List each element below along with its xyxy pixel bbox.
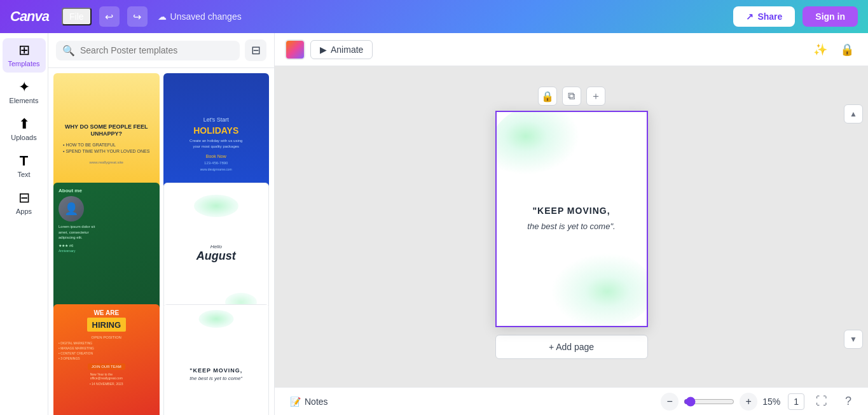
- sidebar-item-elements[interactable]: ✦ Elements: [3, 75, 46, 109]
- main-area: ⊞ Templates ✦ Elements ⬆ Uploads T Text …: [0, 33, 868, 415]
- file-menu-button[interactable]: File: [62, 8, 92, 25]
- quote-main-text: "KEEP MOVING,: [508, 205, 635, 218]
- lock-icon: 🔒: [840, 43, 854, 57]
- templates-icon: ⊞: [18, 43, 30, 57]
- sidebar-item-label: Apps: [16, 208, 32, 215]
- sidebar-item-label: Elements: [10, 97, 39, 104]
- watercolor-bottom-right: [551, 250, 648, 326]
- redo-icon: ↪: [133, 11, 141, 23]
- lock-icon: 🔒: [541, 90, 554, 102]
- unsaved-label: Unsaved changes: [170, 11, 242, 22]
- sidebar-item-label: Templates: [8, 60, 39, 67]
- apps-icon: ⊟: [18, 191, 30, 205]
- canvas-copy-button[interactable]: ⧉: [562, 87, 581, 106]
- zoom-level: 15%: [762, 397, 780, 407]
- canvas-add-button[interactable]: ＋: [586, 87, 605, 106]
- zoom-controls: − + 15%: [661, 393, 780, 411]
- search-input-wrap: 🔍: [56, 41, 240, 60]
- canvas-lock-button[interactable]: 🔒: [538, 87, 557, 106]
- copy-icon: ⧉: [568, 90, 575, 102]
- scroll-down-button[interactable]: ▼: [844, 330, 863, 349]
- add-icon: ＋: [591, 90, 601, 103]
- bottom-bar: 📝 Notes − + 15% 1 ⛶ ?: [275, 387, 868, 415]
- animate-label: Animate: [331, 45, 363, 55]
- template-panel: 🔍 ⊟ WHY DO SOME PEOPLE FEEL UNHAPPY? • H…: [48, 33, 275, 415]
- zoom-slider[interactable]: [684, 397, 734, 407]
- page-indicator: 1: [788, 393, 804, 410]
- undo-icon: ↩: [105, 11, 113, 23]
- canva-logo: Canva: [10, 8, 49, 25]
- sidebar-item-templates[interactable]: ⊞ Templates: [3, 38, 46, 73]
- search-input[interactable]: [80, 45, 233, 55]
- sidebar-item-uploads[interactable]: ⬆ Uploads: [3, 112, 46, 146]
- template-card-hiring[interactable]: WE ARE HIRING OPEN POSITION • DIGITAL MA…: [53, 304, 160, 415]
- share-button[interactable]: ↗ Share: [733, 6, 795, 27]
- template-card-keep-moving-small[interactable]: "KEEP MOVING, the best is yet to come": [163, 304, 270, 415]
- signin-button[interactable]: Sign in: [803, 6, 858, 27]
- animate-icon: ▶: [320, 45, 327, 55]
- text-icon: T: [20, 154, 28, 168]
- sidebar-item-apps[interactable]: ⊟ Apps: [3, 186, 46, 220]
- filter-button[interactable]: ⊟: [245, 39, 266, 61]
- undo-button[interactable]: ↩: [99, 6, 120, 27]
- help-button[interactable]: ?: [839, 392, 858, 411]
- notes-icon: 📝: [290, 397, 301, 407]
- share-icon: ↗: [746, 11, 754, 22]
- topbar: Canva File ↩ ↪ ☁ Unsaved changes ↗ Share…: [0, 0, 868, 33]
- fullscreen-icon: ⛶: [816, 395, 827, 408]
- help-icon: ?: [845, 395, 851, 408]
- canvas-toolbar: ▶ Animate ✨ 🔒: [275, 33, 868, 66]
- templates-grid: WHY DO SOME PEOPLE FEEL UNHAPPY? • HOW T…: [48, 68, 274, 415]
- zoom-out-button[interactable]: −: [661, 393, 679, 411]
- add-page-button[interactable]: + Add page: [495, 335, 648, 359]
- search-bar: 🔍 ⊟: [48, 33, 274, 68]
- magic-resize-button[interactable]: ✨: [809, 39, 831, 60]
- zoom-in-button[interactable]: +: [740, 393, 757, 411]
- notes-label: Notes: [305, 397, 328, 407]
- uploads-icon: ⬆: [18, 117, 30, 131]
- elements-icon: ✦: [18, 80, 30, 94]
- color-swatch[interactable]: [285, 39, 305, 60]
- canvas-area: ▶ Animate ✨ 🔒 🔒 ⧉ ＋: [275, 33, 868, 415]
- redo-button[interactable]: ↪: [127, 6, 148, 27]
- sidebar: ⊞ Templates ✦ Elements ⬆ Uploads T Text …: [0, 33, 48, 415]
- scroll-up-button[interactable]: ▲: [844, 104, 863, 123]
- sidebar-item-label: Uploads: [11, 134, 36, 141]
- filter-icon: ⊟: [251, 43, 261, 57]
- lock-button[interactable]: 🔒: [836, 39, 858, 60]
- watercolor-top-left: [495, 111, 579, 182]
- canvas-document[interactable]: "KEEP MOVING, the best is yet to come".: [495, 111, 648, 327]
- magic-icon: ✨: [813, 43, 827, 57]
- template-card-hello-august[interactable]: Hello August: [163, 183, 270, 324]
- cloud-icon: ☁: [158, 11, 167, 22]
- unsaved-changes-indicator: ☁ Unsaved changes: [158, 11, 242, 22]
- fullscreen-button[interactable]: ⛶: [812, 392, 831, 411]
- document-content: "KEEP MOVING, the best is yet to come".: [508, 205, 635, 232]
- canvas-viewport: 🔒 ⧉ ＋ "KEEP MOVING, the best is yet to c…: [275, 66, 868, 387]
- animate-button[interactable]: ▶ Animate: [310, 40, 373, 59]
- sidebar-item-label: Text: [17, 171, 30, 178]
- sidebar-item-text[interactable]: T Text: [3, 149, 46, 183]
- notes-button[interactable]: 📝 Notes: [285, 394, 333, 409]
- quote-sub-text: the best is yet to come".: [508, 220, 635, 233]
- search-icon: 🔍: [62, 45, 75, 57]
- template-card-travel-journal[interactable]: About me 👤 Lorem ipsum dolor sitamet, co…: [53, 183, 160, 324]
